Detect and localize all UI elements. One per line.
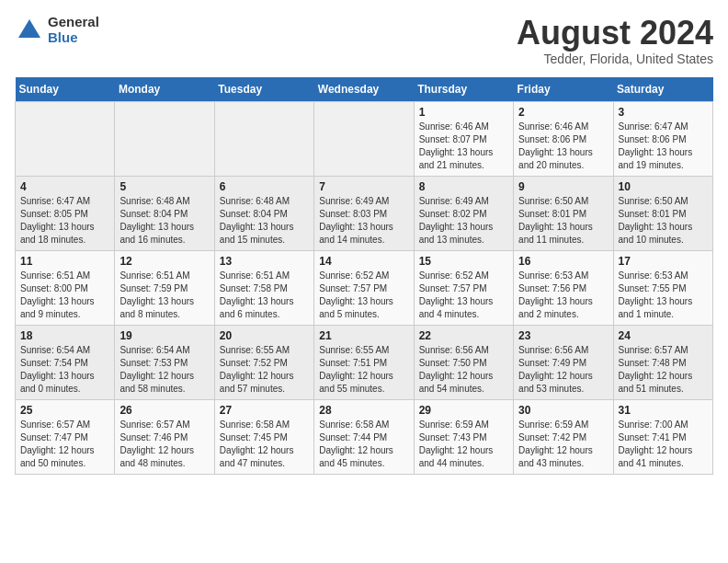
calendar-cell: 4Sunrise: 6:47 AM Sunset: 8:05 PM Daylig…	[16, 176, 115, 250]
calendar-cell: 10Sunrise: 6:50 AM Sunset: 8:01 PM Dayli…	[613, 176, 712, 250]
calendar-cell: 28Sunrise: 6:58 AM Sunset: 7:44 PM Dayli…	[314, 399, 414, 474]
day-info: Sunrise: 6:59 AM Sunset: 7:42 PM Dayligh…	[518, 419, 608, 470]
day-number: 30	[518, 404, 608, 417]
calendar-cell: 8Sunrise: 6:49 AM Sunset: 8:02 PM Daylig…	[414, 176, 513, 250]
day-info: Sunrise: 6:59 AM Sunset: 7:43 PM Dayligh…	[419, 419, 508, 470]
day-info: Sunrise: 6:50 AM Sunset: 8:01 PM Dayligh…	[619, 195, 708, 247]
day-number: 22	[419, 329, 508, 342]
day-number: 21	[319, 329, 408, 342]
day-info: Sunrise: 6:57 AM Sunset: 7:46 PM Dayligh…	[119, 419, 209, 470]
day-of-week-thursday: Thursday	[414, 77, 513, 102]
day-number: 31	[619, 404, 708, 417]
calendar-header: SundayMondayTuesdayWednesdayThursdayFrid…	[16, 77, 713, 102]
day-info: Sunrise: 7:00 AM Sunset: 7:41 PM Dayligh…	[619, 419, 708, 470]
calendar-cell: 5Sunrise: 6:48 AM Sunset: 8:04 PM Daylig…	[115, 176, 214, 250]
calendar-cell: 13Sunrise: 6:51 AM Sunset: 7:58 PM Dayli…	[214, 250, 313, 325]
day-info: Sunrise: 6:57 AM Sunset: 7:47 PM Dayligh…	[20, 419, 109, 470]
logo-general-text: General	[48, 15, 99, 30]
calendar-cell: 23Sunrise: 6:56 AM Sunset: 7:49 PM Dayli…	[514, 325, 613, 399]
calendar-cell: 19Sunrise: 6:54 AM Sunset: 7:53 PM Dayli…	[115, 325, 214, 399]
logo: General Blue	[15, 15, 99, 45]
day-of-week-tuesday: Tuesday	[214, 77, 313, 102]
day-info: Sunrise: 6:53 AM Sunset: 7:56 PM Dayligh…	[518, 270, 608, 321]
day-number: 18	[20, 329, 109, 342]
day-number: 27	[220, 404, 309, 417]
day-info: Sunrise: 6:49 AM Sunset: 8:02 PM Dayligh…	[419, 195, 508, 247]
day-number: 26	[119, 404, 209, 417]
calendar-cell: 21Sunrise: 6:55 AM Sunset: 7:51 PM Dayli…	[314, 325, 414, 399]
day-info: Sunrise: 6:47 AM Sunset: 8:05 PM Dayligh…	[20, 195, 109, 247]
calendar-cell: 24Sunrise: 6:57 AM Sunset: 7:48 PM Dayli…	[613, 325, 712, 399]
title-block: August 2024 Tedder, Florida, United Stat…	[517, 15, 713, 66]
day-number: 15	[419, 255, 508, 268]
calendar-cell: 22Sunrise: 6:56 AM Sunset: 7:50 PM Dayli…	[414, 325, 513, 399]
page-header: General Blue August 2024 Tedder, Florida…	[15, 15, 713, 66]
day-info: Sunrise: 6:56 AM Sunset: 7:50 PM Dayligh…	[419, 344, 508, 396]
calendar-cell: 11Sunrise: 6:51 AM Sunset: 8:00 PM Dayli…	[16, 250, 115, 325]
day-number: 6	[220, 180, 309, 193]
calendar-cell: 29Sunrise: 6:59 AM Sunset: 7:43 PM Dayli…	[414, 399, 513, 474]
day-info: Sunrise: 6:51 AM Sunset: 7:58 PM Dayligh…	[220, 270, 309, 321]
day-number: 4	[20, 180, 109, 193]
day-number: 2	[518, 106, 608, 119]
calendar-week-5: 25Sunrise: 6:57 AM Sunset: 7:47 PM Dayli…	[16, 399, 713, 474]
day-info: Sunrise: 6:46 AM Sunset: 8:07 PM Dayligh…	[419, 121, 508, 172]
calendar-week-2: 4Sunrise: 6:47 AM Sunset: 8:05 PM Daylig…	[16, 176, 713, 250]
calendar-cell: 7Sunrise: 6:49 AM Sunset: 8:03 PM Daylig…	[314, 176, 414, 250]
calendar-cell: 26Sunrise: 6:57 AM Sunset: 7:46 PM Dayli…	[115, 399, 214, 474]
calendar-body: 1Sunrise: 6:46 AM Sunset: 8:07 PM Daylig…	[16, 101, 713, 474]
day-info: Sunrise: 6:48 AM Sunset: 8:04 PM Dayligh…	[119, 195, 209, 247]
day-info: Sunrise: 6:54 AM Sunset: 7:54 PM Dayligh…	[20, 344, 109, 396]
calendar-cell: 31Sunrise: 7:00 AM Sunset: 7:41 PM Dayli…	[613, 399, 712, 474]
calendar-title: August 2024	[517, 15, 713, 52]
calendar-cell: 9Sunrise: 6:50 AM Sunset: 8:01 PM Daylig…	[514, 176, 613, 250]
day-info: Sunrise: 6:52 AM Sunset: 7:57 PM Dayligh…	[419, 270, 508, 321]
svg-marker-0	[18, 19, 40, 38]
day-info: Sunrise: 6:56 AM Sunset: 7:49 PM Dayligh…	[518, 344, 608, 396]
calendar-cell: 14Sunrise: 6:52 AM Sunset: 7:57 PM Dayli…	[314, 250, 414, 325]
calendar-cell: 17Sunrise: 6:53 AM Sunset: 7:55 PM Dayli…	[613, 250, 712, 325]
calendar-week-4: 18Sunrise: 6:54 AM Sunset: 7:54 PM Dayli…	[16, 325, 713, 399]
day-info: Sunrise: 6:53 AM Sunset: 7:55 PM Dayligh…	[619, 270, 708, 321]
day-of-week-wednesday: Wednesday	[314, 77, 414, 102]
calendar-cell: 1Sunrise: 6:46 AM Sunset: 8:07 PM Daylig…	[414, 101, 513, 176]
day-number: 9	[518, 180, 608, 193]
day-number: 29	[419, 404, 508, 417]
day-number: 19	[119, 329, 209, 342]
day-info: Sunrise: 6:49 AM Sunset: 8:03 PM Dayligh…	[319, 195, 408, 247]
day-info: Sunrise: 6:55 AM Sunset: 7:52 PM Dayligh…	[220, 344, 309, 396]
calendar-subtitle: Tedder, Florida, United States	[517, 52, 713, 66]
day-info: Sunrise: 6:58 AM Sunset: 7:44 PM Dayligh…	[319, 419, 408, 470]
calendar-cell	[16, 101, 115, 176]
day-info: Sunrise: 6:51 AM Sunset: 8:00 PM Dayligh…	[20, 270, 109, 321]
calendar-cell: 27Sunrise: 6:58 AM Sunset: 7:45 PM Dayli…	[214, 399, 313, 474]
day-info: Sunrise: 6:54 AM Sunset: 7:53 PM Dayligh…	[119, 344, 209, 396]
calendar-cell	[314, 101, 414, 176]
days-of-week-row: SundayMondayTuesdayWednesdayThursdayFrid…	[16, 77, 713, 102]
day-number: 12	[119, 255, 209, 268]
day-number: 25	[20, 404, 109, 417]
calendar-cell: 6Sunrise: 6:48 AM Sunset: 8:04 PM Daylig…	[214, 176, 313, 250]
day-info: Sunrise: 6:50 AM Sunset: 8:01 PM Dayligh…	[518, 195, 608, 247]
day-of-week-monday: Monday	[115, 77, 214, 102]
logo-text: General Blue	[48, 15, 99, 45]
day-number: 23	[518, 329, 608, 342]
calendar-cell	[115, 101, 214, 176]
calendar-week-1: 1Sunrise: 6:46 AM Sunset: 8:07 PM Daylig…	[16, 101, 713, 176]
logo-icon	[15, 16, 44, 45]
day-info: Sunrise: 6:51 AM Sunset: 7:59 PM Dayligh…	[119, 270, 209, 321]
day-number: 14	[319, 255, 408, 268]
day-number: 17	[619, 255, 708, 268]
calendar-cell: 18Sunrise: 6:54 AM Sunset: 7:54 PM Dayli…	[16, 325, 115, 399]
day-of-week-friday: Friday	[514, 77, 613, 102]
calendar-cell: 15Sunrise: 6:52 AM Sunset: 7:57 PM Dayli…	[414, 250, 513, 325]
calendar-cell: 2Sunrise: 6:46 AM Sunset: 8:06 PM Daylig…	[514, 101, 613, 176]
calendar-cell: 12Sunrise: 6:51 AM Sunset: 7:59 PM Dayli…	[115, 250, 214, 325]
day-info: Sunrise: 6:55 AM Sunset: 7:51 PM Dayligh…	[319, 344, 408, 396]
calendar-cell: 20Sunrise: 6:55 AM Sunset: 7:52 PM Dayli…	[214, 325, 313, 399]
day-info: Sunrise: 6:46 AM Sunset: 8:06 PM Dayligh…	[518, 121, 608, 172]
day-info: Sunrise: 6:58 AM Sunset: 7:45 PM Dayligh…	[220, 419, 309, 470]
day-number: 11	[20, 255, 109, 268]
day-number: 3	[619, 106, 708, 119]
day-number: 10	[619, 180, 708, 193]
